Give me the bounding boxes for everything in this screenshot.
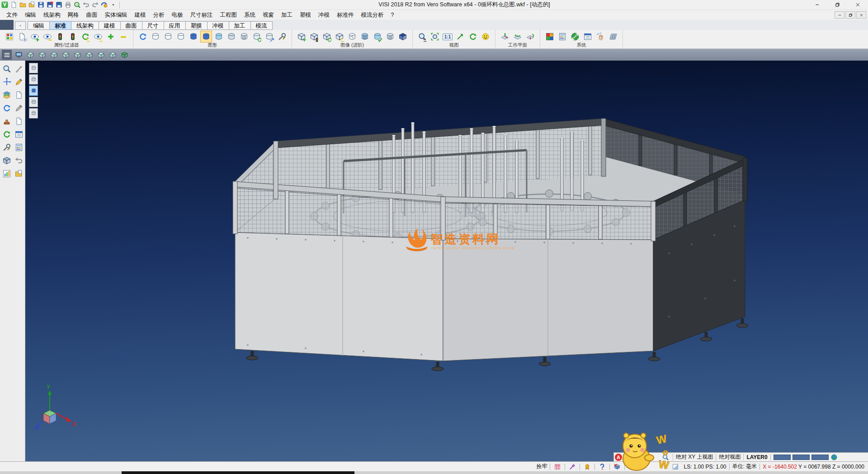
tab-wireframe[interactable]: 线架构 xyxy=(71,21,99,30)
import-button[interactable] xyxy=(27,0,36,9)
layer-color-swatch[interactable] xyxy=(774,455,791,460)
zoom-extents-button[interactable] xyxy=(454,31,466,43)
view-back-button[interactable] xyxy=(61,50,71,60)
display-filter-3-button[interactable] xyxy=(29,85,38,96)
view-side-button[interactable] xyxy=(49,50,59,60)
menu-dimension[interactable]: 尺寸标注 xyxy=(187,10,217,20)
preview-button[interactable] xyxy=(72,0,81,9)
hidden-line-style-button[interactable] xyxy=(162,31,174,43)
dress-mode-button[interactable] xyxy=(637,463,646,471)
chart-tool[interactable] xyxy=(1,168,12,179)
refresh-image-button[interactable] xyxy=(321,31,333,43)
magic-select-button[interactable] xyxy=(568,463,577,471)
repair-tool[interactable] xyxy=(1,142,12,153)
edit-tool[interactable] xyxy=(14,103,24,114)
quick-access-dropdown[interactable] xyxy=(108,0,118,9)
display-filter-5-button[interactable] xyxy=(29,108,38,118)
scale-status[interactable]: LS: 1.00 PS: 1.00 xyxy=(684,464,726,470)
menu-help[interactable]: ? xyxy=(387,11,398,19)
close-button[interactable] xyxy=(848,0,868,10)
tab-dimension[interactable]: 尺寸 xyxy=(142,21,164,30)
menu-window[interactable]: 视窗 xyxy=(259,10,278,20)
display-filter-2-button[interactable] xyxy=(29,74,38,85)
transparent-style-button[interactable] xyxy=(213,31,225,43)
notes-tool[interactable] xyxy=(14,142,24,153)
iso-lines-button[interactable] xyxy=(359,31,371,43)
hide-solid-button[interactable] xyxy=(613,463,622,471)
3d-viewport[interactable]: 智造资料网 INTELLIGENT MANUFACTURING DATA Y X xyxy=(25,61,868,461)
grid-settings-button[interactable] xyxy=(607,31,619,43)
uv-mesh-button[interactable] xyxy=(384,31,396,43)
open-button[interactable] xyxy=(18,0,27,9)
globe-icon[interactable] xyxy=(830,454,838,461)
graphics-settings-button[interactable] xyxy=(276,31,288,43)
status-search-button[interactable] xyxy=(661,453,670,461)
menu-mold[interactable]: 塑模 xyxy=(296,10,315,20)
snap-lock-status[interactable]: 拴牢 xyxy=(536,463,547,470)
properties-panel-button[interactable] xyxy=(582,31,594,43)
menu-system[interactable]: 系统 xyxy=(241,10,259,20)
page-visibility-button[interactable] xyxy=(16,31,28,43)
solid-display-button[interactable] xyxy=(397,31,409,43)
regen-graphics-button[interactable] xyxy=(137,31,149,43)
shaded-edges-style-button[interactable] xyxy=(200,31,212,43)
split-view-button[interactable] xyxy=(671,463,680,471)
calculator-button[interactable] xyxy=(557,31,568,43)
active-layer-status[interactable]: LAYER0 xyxy=(746,454,767,460)
filter-traffic-2-button[interactable] xyxy=(67,31,79,43)
tab-edit[interactable]: 编辑 xyxy=(28,21,50,30)
tab-flow[interactable]: 模流 xyxy=(251,21,273,30)
tab-mold[interactable]: 塑膜 xyxy=(186,21,208,30)
workplane-rotate-button[interactable] xyxy=(524,31,536,43)
tab-overflow-dropdown[interactable] xyxy=(15,21,26,30)
refresh-visibility-button[interactable] xyxy=(80,31,91,43)
layers-dialog-button[interactable] xyxy=(553,463,562,471)
zoom-in-out-button[interactable] xyxy=(416,31,428,43)
flat-style-button[interactable] xyxy=(226,31,237,43)
library-tool[interactable] xyxy=(14,168,24,179)
workplane-axes-button[interactable] xyxy=(499,31,511,43)
toggle-visibility-button[interactable] xyxy=(92,31,104,43)
new-file-button[interactable] xyxy=(9,0,18,9)
view-iso-3-button[interactable] xyxy=(108,50,118,60)
select-mode-button[interactable] xyxy=(594,31,606,43)
tab-machining[interactable]: 加工 xyxy=(229,21,251,30)
rotate-tool[interactable] xyxy=(1,103,12,114)
point-display-button[interactable] xyxy=(346,31,358,43)
view-iso-2-button[interactable] xyxy=(96,50,106,60)
menu-solid-edit[interactable]: 实体编辑 xyxy=(101,10,131,20)
clipboard-tool[interactable] xyxy=(14,129,24,140)
line-weight-swatch[interactable] xyxy=(811,455,829,460)
update-shading-button[interactable] xyxy=(251,31,263,43)
award-button[interactable] xyxy=(583,463,592,471)
trim-tool[interactable] xyxy=(14,63,24,74)
help-button[interactable] xyxy=(598,463,607,471)
refresh-view-button[interactable] xyxy=(467,31,479,43)
doc-restore-button[interactable] xyxy=(845,11,855,19)
remove-filter-button[interactable] xyxy=(118,31,129,43)
undo-button[interactable] xyxy=(81,0,90,9)
menu-machining[interactable]: 加工 xyxy=(278,10,296,20)
attribute-palette-button[interactable] xyxy=(4,31,15,43)
filter-traffic-button[interactable] xyxy=(54,31,66,43)
sync-tool[interactable] xyxy=(1,129,12,140)
menu-file[interactable]: 文件 xyxy=(3,10,21,20)
verify-surface-button[interactable] xyxy=(372,31,383,43)
tab-standard[interactable]: 标准 xyxy=(50,21,71,30)
toggle-image-button[interactable] xyxy=(334,31,345,43)
add-image-button[interactable] xyxy=(296,31,307,43)
add-filter-button[interactable] xyxy=(105,31,117,43)
doc-minimize-button[interactable] xyxy=(835,11,844,19)
solid-mode-button[interactable] xyxy=(627,463,637,471)
history-tool[interactable] xyxy=(14,155,24,166)
menu-mesh[interactable]: 网格 xyxy=(64,10,83,20)
menu-analysis[interactable]: 分析 xyxy=(150,10,168,20)
maximize-button[interactable] xyxy=(827,0,848,10)
view-front-button[interactable] xyxy=(37,50,47,60)
page-tool[interactable] xyxy=(14,90,24,100)
axes-tool[interactable] xyxy=(1,76,12,87)
shaded-style-button[interactable] xyxy=(188,31,199,43)
menu-standard-parts[interactable]: 标准件 xyxy=(333,10,358,20)
viewport-menu-button[interactable] xyxy=(2,50,12,60)
vero-tools-button[interactable] xyxy=(99,0,108,9)
